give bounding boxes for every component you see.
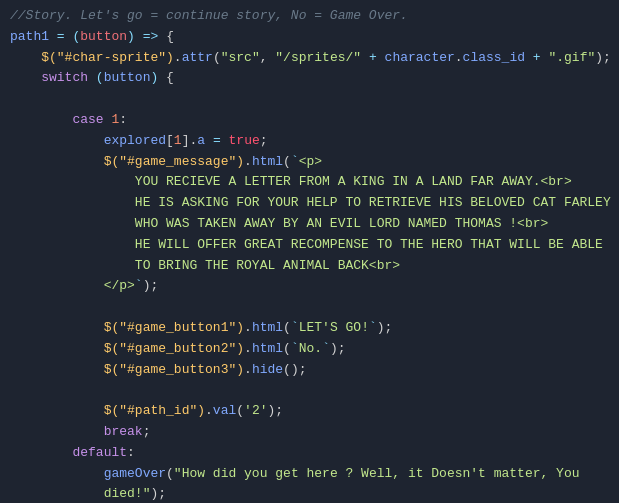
token: . [205,403,213,418]
token [49,29,57,44]
token: TO BRING THE ROYAL ANIMAL BACK<br> [135,258,400,273]
token: = [57,29,65,44]
token: explored [104,133,166,148]
code-text: died!"); [10,484,609,503]
token: gameOver [104,466,166,481]
token: </p> [104,278,135,293]
token: ); [330,341,346,356]
token: + [369,50,377,65]
code-line: HE IS ASKING FOR YOUR HELP TO RETRIEVE H… [0,193,619,214]
token [205,133,213,148]
token: { [166,29,174,44]
code-text: $("#char-sprite").attr("src", "/sprites/… [10,48,611,69]
token: attr [182,50,213,65]
code-text: </p>`); [10,276,609,297]
token [158,70,166,85]
token: hide [252,362,283,377]
token: ( [213,50,221,65]
token [10,70,41,85]
token: . [244,341,252,356]
code-line: gameOver("How did you get here ? Well, i… [0,464,619,485]
token: ( [283,341,291,356]
token [10,320,104,335]
code-text [10,89,609,110]
code-line: $("#game_button2").html(`No.`); [0,339,619,360]
code-line: case 1: [0,110,619,131]
token: ( [96,70,104,85]
token [10,174,135,189]
code-line: //Story. Let's go = continue story, No =… [0,6,619,27]
token: ( [283,320,291,335]
token: ); [267,403,283,418]
token: => [143,29,159,44]
token: WHO WAS TAKEN AWAY BY AN EVIL LORD NAMED… [135,216,548,231]
token: $("#game_button3") [104,362,244,377]
token: ) [127,29,135,44]
token [10,445,72,460]
code-text: switch (button) { [10,68,609,89]
token: ); [150,486,166,501]
token: $("#game_button2") [104,341,244,356]
code-line: WHO WAS TAKEN AWAY BY AN EVIL LORD NAMED… [0,214,619,235]
token: break [104,424,143,439]
token [10,424,104,439]
code-line: switch (button) { [0,68,619,89]
token [10,133,104,148]
token [10,258,135,273]
code-text: //Story. Let's go = continue story, No =… [10,6,609,27]
token [158,29,166,44]
code-text: default: [10,443,609,464]
token [10,362,104,377]
token: { [166,70,174,85]
token: ]. [182,133,198,148]
code-line: explored[1].a = true; [0,131,619,152]
token: 1 [174,133,182,148]
token [10,278,104,293]
code-text: YOU RECIEVE A LETTER FROM A KING IN A LA… [10,172,609,193]
token: //Story. Let's go = continue story, No =… [10,8,408,23]
token: path1 [10,29,49,44]
token [10,486,104,501]
token [10,237,135,252]
token: $("#path_id") [104,403,205,418]
token: = [213,133,221,148]
token: ; [143,424,151,439]
token: ( [283,154,291,169]
token: <p> [299,154,322,169]
token: HE WILL OFFER GREAT RECOMPENSE TO THE HE… [135,237,603,252]
token [525,50,533,65]
token: $("#char-sprite") [41,50,174,65]
token: button [80,29,127,44]
token: ".gif" [548,50,595,65]
code-text: $("#game_button2").html(`No.`); [10,339,609,360]
token: "How did you get here ? Well, it Doesn't… [174,466,580,481]
token: '2' [244,403,267,418]
token: ` [369,320,377,335]
code-text: $("#game_button1").html(`LET'S GO!`); [10,318,609,339]
token: case [72,112,103,127]
token [361,50,369,65]
token: ); [143,278,159,293]
code-line: $("#char-sprite").attr("src", "/sprites/… [0,48,619,69]
token: class_id [463,50,525,65]
token: true [229,133,260,148]
token [10,112,72,127]
code-line: break; [0,422,619,443]
token: . [244,362,252,377]
token: ; [260,133,268,148]
code-text: TO BRING THE ROYAL ANIMAL BACK<br> [10,256,609,277]
token: $("#game_message") [104,154,244,169]
token: [ [166,133,174,148]
token: + [533,50,541,65]
token: button [104,70,151,85]
token [10,216,135,231]
token: . [244,320,252,335]
code-editor: //Story. Let's go = continue story, No =… [0,0,619,503]
code-line: TO BRING THE ROYAL ANIMAL BACK<br> [0,256,619,277]
token: ( [166,466,174,481]
code-text [10,297,609,318]
token [88,70,96,85]
token: HE IS ASKING FOR YOUR HELP TO RETRIEVE H… [135,195,611,210]
code-text: HE WILL OFFER GREAT RECOMPENSE TO THE HE… [10,235,609,256]
code-text: path1 = (button) => { [10,27,609,48]
